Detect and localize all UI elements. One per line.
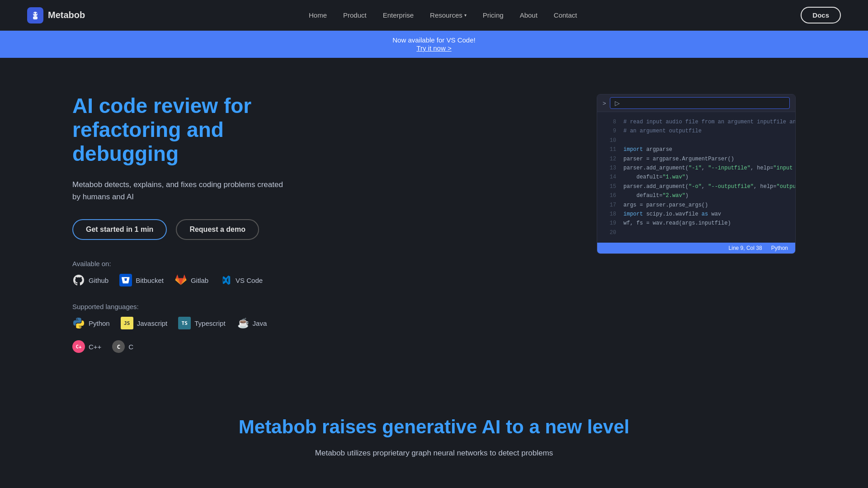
hero-left: AI code review for refactoring and debug… — [72, 94, 289, 353]
nav-pricing[interactable]: Pricing — [483, 11, 504, 19]
code-line-17: 17 args = parser.parse_args() — [597, 201, 795, 210]
get-started-button[interactable]: Get started in 1 min — [72, 219, 167, 240]
typescript-icon: TS — [178, 317, 191, 329]
cpp-icon: C+ — [72, 340, 85, 353]
cpp-label: C++ — [89, 343, 101, 351]
nav-resources[interactable]: Resources ▾ — [430, 11, 467, 19]
github-icon — [72, 274, 85, 286]
code-editor: > ▷ 8 # read input audio file from an ar… — [597, 94, 796, 254]
c-icon: C — [112, 340, 125, 353]
editor-input-bar[interactable]: ▷ — [610, 97, 790, 109]
platform-vscode: VS Code — [219, 274, 263, 286]
code-line-15: 15 parser.add_argument("-o", "--outputfi… — [597, 182, 795, 191]
available-on-section: Available on: Github — [72, 260, 289, 286]
nav-contact[interactable]: Contact — [554, 11, 577, 19]
cursor-icon: ▷ — [615, 99, 620, 107]
logo[interactable]: Metabob — [27, 7, 85, 23]
editor-prompt-symbol: > — [603, 100, 606, 107]
available-on-label: Available on: — [72, 260, 289, 267]
code-line-12: 12 parser = argparse.ArgumentParser() — [597, 155, 795, 164]
editor-toolbar: > ▷ — [597, 94, 795, 112]
raises-description: Metabob utilizes proprietary graph neura… — [72, 447, 796, 459]
raises-title: Metabob raises generative AI to a new le… — [72, 416, 796, 438]
code-line-10: 10 — [597, 136, 795, 145]
raises-section: Metabob raises generative AI to a new le… — [0, 380, 868, 477]
code-body: 8 # read input audio file from an argume… — [597, 112, 795, 243]
svg-rect-1 — [33, 16, 38, 19]
editor-statusbar: Line 9, Col 38 Python — [597, 243, 795, 253]
platform-gitlab-label: Gitlab — [191, 277, 208, 284]
code-line-18: 18 import scipy.io.wavfile as wav — [597, 210, 795, 219]
code-line-13: 13 parser.add_argument("-i", "--inputfil… — [597, 164, 795, 173]
hero-title: AI code review for refactoring and debug… — [72, 94, 289, 166]
language-list: Python JS Javascript TS Typescript — [72, 317, 289, 353]
python-label: Python — [89, 319, 110, 327]
hero-description: Metabob detects, explains, and fixes cod… — [72, 178, 289, 203]
platform-list: Github Bitbucket — [72, 274, 289, 286]
lang-javascript: JS Javascript — [121, 317, 168, 329]
java-label: Java — [253, 319, 267, 327]
platform-github: Github — [72, 274, 108, 286]
gitlab-icon — [175, 274, 187, 286]
nav-product[interactable]: Product — [343, 11, 367, 19]
request-demo-button[interactable]: Request a demo — [176, 219, 259, 240]
code-line-20: 20 — [597, 228, 795, 237]
lang-java: ☕ Java — [236, 317, 267, 329]
code-line-9: 9 # an argument outputfile — [597, 127, 795, 136]
code-editor-panel: > ▷ 8 # read input audio file from an ar… — [597, 94, 796, 254]
hero-section: AI code review for refactoring and debug… — [0, 58, 868, 380]
logo-text: Metabob — [48, 10, 85, 20]
typescript-label: Typescript — [194, 319, 225, 327]
banner-link[interactable]: Try it now > — [416, 44, 451, 52]
vscode-icon — [219, 274, 232, 286]
c-label: C — [128, 343, 133, 351]
platform-bitbucket: Bitbucket — [119, 274, 164, 286]
code-line-19: 19 wf, fs = wav.read(args.inputfile) — [597, 219, 795, 228]
code-line-11: 11 import argparse — [597, 145, 795, 154]
platform-github-label: Github — [89, 277, 108, 284]
vscode-banner: Now available for VS Code! Try it now > — [0, 31, 868, 58]
svg-text:☕: ☕ — [237, 318, 248, 328]
supported-languages-label: Supported languages: — [72, 303, 289, 310]
banner-text: Now available for VS Code! — [392, 36, 475, 44]
nav-about[interactable]: About — [520, 11, 538, 19]
python-icon — [72, 317, 85, 329]
svg-point-2 — [33, 13, 35, 14]
javascript-label: Javascript — [137, 319, 168, 327]
lang-cpp: C+ C++ — [72, 340, 101, 353]
platform-gitlab: Gitlab — [175, 274, 208, 286]
nav-home[interactable]: Home — [309, 11, 327, 19]
hero-buttons: Get started in 1 min Request a demo — [72, 219, 289, 240]
svg-marker-10 — [183, 274, 186, 278]
editor-status-position: Line 9, Col 38 — [729, 245, 762, 251]
docs-button[interactable]: Docs — [801, 7, 841, 23]
supported-languages-section: Supported languages: Python JS J — [72, 303, 289, 353]
code-line-8: 8 # read input audio file from an argume… — [597, 117, 795, 127]
logo-icon — [27, 7, 43, 23]
lang-c: C C — [112, 340, 133, 353]
platform-bitbucket-label: Bitbucket — [136, 277, 164, 284]
lang-typescript: TS Typescript — [178, 317, 225, 329]
nav-enterprise[interactable]: Enterprise — [383, 11, 414, 19]
code-line-14: 14 deafult="1.wav") — [597, 173, 795, 182]
code-line-16: 16 default="2.wav") — [597, 191, 795, 200]
svg-marker-7 — [176, 274, 179, 278]
javascript-icon: JS — [121, 317, 133, 329]
editor-status-language: Python — [771, 245, 788, 251]
bitbucket-icon — [119, 274, 132, 286]
lang-python: Python — [72, 317, 110, 329]
java-icon: ☕ — [236, 317, 249, 329]
svg-point-3 — [36, 13, 38, 14]
platform-vscode-label: VS Code — [236, 277, 263, 284]
chevron-down-icon: ▾ — [464, 13, 467, 18]
